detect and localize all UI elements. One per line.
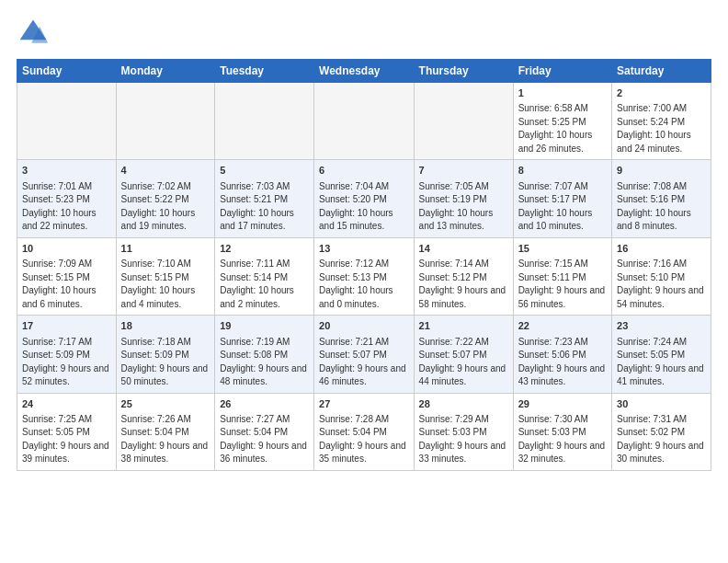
logo — [17, 17, 53, 50]
calendar-cell: 16Sunrise: 7:16 AMSunset: 5:10 PMDayligh… — [612, 237, 711, 315]
logo-icon — [17, 17, 50, 50]
calendar-cell: 14Sunrise: 7:14 AMSunset: 5:12 PMDayligh… — [414, 237, 513, 315]
day-info: Sunrise: 7:29 AMSunset: 5:03 PMDaylight:… — [419, 413, 508, 466]
header — [17, 17, 711, 50]
calendar-cell: 23Sunrise: 7:24 AMSunset: 5:05 PMDayligh… — [612, 316, 711, 393]
calendar-cell: 3Sunrise: 7:01 AMSunset: 5:23 PMDaylight… — [17, 160, 117, 237]
day-info: Sunrise: 7:10 AMSunset: 5:15 PMDaylight:… — [121, 258, 210, 311]
day-info: Sunrise: 7:24 AMSunset: 5:05 PMDaylight:… — [617, 336, 706, 389]
page: SundayMondayTuesdayWednesdayThursdayFrid… — [0, 0, 728, 480]
calendar-week-0: 1Sunrise: 6:58 AMSunset: 5:25 PMDaylight… — [17, 83, 711, 160]
day-info: Sunrise: 7:26 AMSunset: 5:04 PMDaylight:… — [121, 413, 210, 466]
col-header-monday: Monday — [116, 60, 215, 83]
day-info: Sunrise: 7:27 AMSunset: 5:04 PMDaylight:… — [220, 413, 309, 466]
day-info: Sunrise: 7:04 AMSunset: 5:20 PMDaylight:… — [319, 180, 409, 234]
day-number: 12 — [220, 242, 309, 256]
calendar-cell — [314, 83, 415, 160]
col-header-tuesday: Tuesday — [215, 60, 314, 83]
calendar-cell: 13Sunrise: 7:12 AMSunset: 5:13 PMDayligh… — [314, 237, 415, 315]
day-number: 6 — [319, 164, 409, 178]
day-number: 13 — [319, 242, 409, 256]
day-number: 4 — [121, 164, 210, 178]
calendar-header-row: SundayMondayTuesdayWednesdayThursdayFrid… — [17, 60, 711, 83]
day-info: Sunrise: 7:08 AMSunset: 5:16 PMDaylight:… — [617, 180, 706, 234]
calendar-cell: 24Sunrise: 7:25 AMSunset: 5:05 PMDayligh… — [17, 393, 117, 470]
calendar-cell: 18Sunrise: 7:18 AMSunset: 5:09 PMDayligh… — [116, 316, 215, 393]
calendar-cell: 5Sunrise: 7:03 AMSunset: 5:21 PMDaylight… — [215, 160, 314, 237]
day-number: 5 — [220, 164, 309, 178]
day-number: 18 — [121, 319, 210, 333]
calendar-cell — [17, 83, 117, 160]
calendar-cell: 2Sunrise: 7:00 AMSunset: 5:24 PMDaylight… — [612, 83, 711, 160]
calendar-cell: 1Sunrise: 6:58 AMSunset: 5:25 PMDaylight… — [513, 83, 611, 160]
calendar-table: SundayMondayTuesdayWednesdayThursdayFrid… — [17, 59, 711, 471]
day-info: Sunrise: 7:17 AMSunset: 5:09 PMDaylight:… — [22, 336, 111, 389]
day-info: Sunrise: 7:21 AMSunset: 5:07 PMDaylight:… — [319, 336, 409, 389]
day-info: Sunrise: 7:11 AMSunset: 5:14 PMDaylight:… — [220, 258, 309, 311]
day-number: 7 — [419, 164, 508, 178]
calendar-cell: 7Sunrise: 7:05 AMSunset: 5:19 PMDaylight… — [414, 160, 513, 237]
day-info: Sunrise: 7:03 AMSunset: 5:21 PMDaylight:… — [220, 180, 309, 234]
calendar-week-1: 3Sunrise: 7:01 AMSunset: 5:23 PMDaylight… — [17, 160, 711, 237]
day-info: Sunrise: 7:01 AMSunset: 5:23 PMDaylight:… — [22, 180, 111, 234]
day-number: 15 — [518, 242, 607, 256]
day-number: 19 — [220, 319, 309, 333]
day-info: Sunrise: 7:09 AMSunset: 5:15 PMDaylight:… — [22, 258, 111, 311]
day-info: Sunrise: 7:22 AMSunset: 5:07 PMDaylight:… — [419, 336, 508, 389]
day-number: 11 — [121, 242, 210, 256]
day-info: Sunrise: 7:25 AMSunset: 5:05 PMDaylight:… — [22, 413, 111, 466]
day-info: Sunrise: 7:30 AMSunset: 5:03 PMDaylight:… — [518, 413, 607, 466]
calendar-week-4: 24Sunrise: 7:25 AMSunset: 5:05 PMDayligh… — [17, 393, 711, 470]
day-info: Sunrise: 7:14 AMSunset: 5:12 PMDaylight:… — [419, 258, 508, 311]
day-number: 25 — [121, 397, 210, 411]
day-number: 10 — [22, 242, 111, 256]
calendar-cell: 20Sunrise: 7:21 AMSunset: 5:07 PMDayligh… — [314, 316, 415, 393]
day-info: Sunrise: 7:05 AMSunset: 5:19 PMDaylight:… — [419, 180, 508, 234]
calendar-cell: 17Sunrise: 7:17 AMSunset: 5:09 PMDayligh… — [17, 316, 117, 393]
day-number: 24 — [22, 397, 111, 411]
day-number: 29 — [518, 397, 607, 411]
col-header-thursday: Thursday — [414, 60, 513, 83]
day-number: 20 — [319, 319, 409, 333]
day-number: 3 — [22, 164, 111, 178]
day-info: Sunrise: 7:18 AMSunset: 5:09 PMDaylight:… — [121, 336, 210, 389]
calendar-cell: 15Sunrise: 7:15 AMSunset: 5:11 PMDayligh… — [513, 237, 611, 315]
day-number: 16 — [617, 242, 706, 256]
day-info: Sunrise: 7:31 AMSunset: 5:02 PMDaylight:… — [617, 413, 706, 466]
col-header-sunday: Sunday — [17, 60, 117, 83]
col-header-saturday: Saturday — [612, 60, 711, 83]
calendar-week-3: 17Sunrise: 7:17 AMSunset: 5:09 PMDayligh… — [17, 316, 711, 393]
day-number: 1 — [518, 86, 607, 100]
calendar-cell — [116, 83, 215, 160]
day-number: 28 — [419, 397, 508, 411]
calendar-cell: 22Sunrise: 7:23 AMSunset: 5:06 PMDayligh… — [513, 316, 611, 393]
calendar-cell: 10Sunrise: 7:09 AMSunset: 5:15 PMDayligh… — [17, 237, 117, 315]
calendar-cell: 21Sunrise: 7:22 AMSunset: 5:07 PMDayligh… — [414, 316, 513, 393]
calendar-cell: 29Sunrise: 7:30 AMSunset: 5:03 PMDayligh… — [513, 393, 611, 470]
day-number: 21 — [419, 319, 508, 333]
calendar-cell: 28Sunrise: 7:29 AMSunset: 5:03 PMDayligh… — [414, 393, 513, 470]
calendar-cell: 30Sunrise: 7:31 AMSunset: 5:02 PMDayligh… — [612, 393, 711, 470]
day-number: 2 — [617, 86, 706, 100]
col-header-wednesday: Wednesday — [314, 60, 415, 83]
day-info: Sunrise: 7:28 AMSunset: 5:04 PMDaylight:… — [319, 413, 409, 466]
day-info: Sunrise: 7:19 AMSunset: 5:08 PMDaylight:… — [220, 336, 309, 389]
day-info: Sunrise: 7:02 AMSunset: 5:22 PMDaylight:… — [121, 180, 210, 234]
calendar-cell: 25Sunrise: 7:26 AMSunset: 5:04 PMDayligh… — [116, 393, 215, 470]
day-info: Sunrise: 7:07 AMSunset: 5:17 PMDaylight:… — [518, 180, 607, 234]
day-info: Sunrise: 7:00 AMSunset: 5:24 PMDaylight:… — [617, 102, 706, 155]
day-number: 22 — [518, 319, 607, 333]
calendar-cell — [215, 83, 314, 160]
col-header-friday: Friday — [513, 60, 611, 83]
day-info: Sunrise: 6:58 AMSunset: 5:25 PMDaylight:… — [518, 102, 607, 155]
day-info: Sunrise: 7:16 AMSunset: 5:10 PMDaylight:… — [617, 258, 706, 311]
calendar-cell: 8Sunrise: 7:07 AMSunset: 5:17 PMDaylight… — [513, 160, 611, 237]
day-number: 17 — [22, 319, 111, 333]
day-info: Sunrise: 7:15 AMSunset: 5:11 PMDaylight:… — [518, 258, 607, 311]
day-number: 14 — [419, 242, 508, 256]
day-number: 8 — [518, 164, 607, 178]
calendar-cell: 4Sunrise: 7:02 AMSunset: 5:22 PMDaylight… — [116, 160, 215, 237]
calendar-cell — [414, 83, 513, 160]
calendar-cell: 12Sunrise: 7:11 AMSunset: 5:14 PMDayligh… — [215, 237, 314, 315]
day-number: 30 — [617, 397, 706, 411]
